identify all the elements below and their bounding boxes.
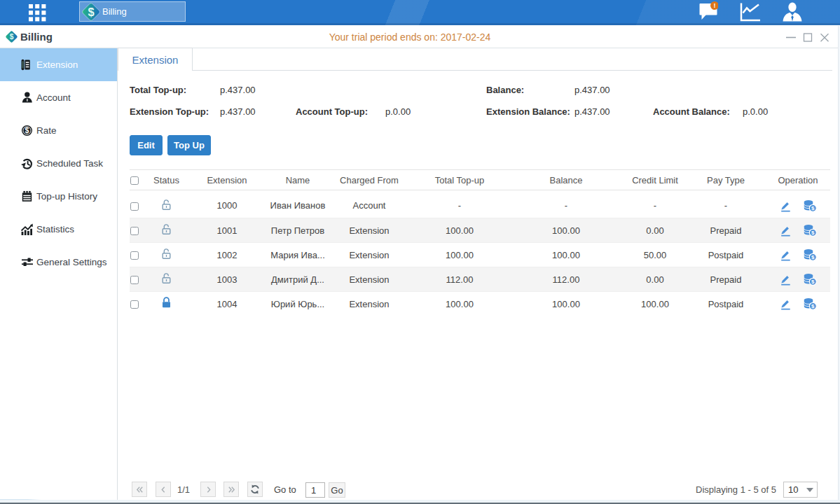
svg-text:$: $ [811,304,815,310]
svg-text:$: $ [811,230,815,236]
svg-text:$: $ [811,279,815,285]
svg-text:$: $ [25,126,29,134]
svg-text:!: ! [714,2,716,9]
svg-text:$: $ [88,6,94,18]
svg-text:$: $ [10,33,14,41]
svg-text:$: $ [811,254,815,260]
svg-text:$: $ [811,205,815,211]
